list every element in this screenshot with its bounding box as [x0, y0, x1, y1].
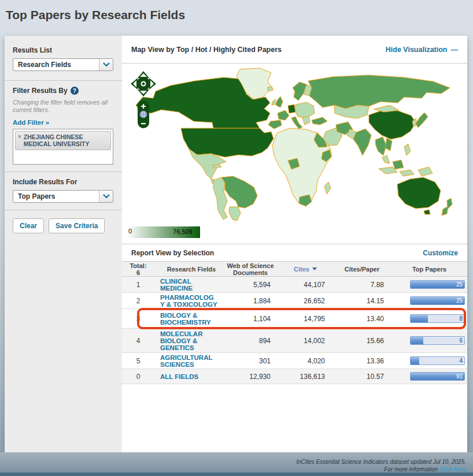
total-header: Total: 6	[122, 262, 154, 276]
rank-cell: 2	[122, 297, 154, 305]
table-header-row: Total: 6 Research Fields Web of Science …	[122, 261, 467, 277]
cites-per-paper-header: Cites/Paper	[332, 266, 391, 273]
cites-paper-cell: 13.40	[332, 315, 391, 323]
title-band: Top Papers by Research Fields	[0, 0, 473, 36]
total-count: 6	[122, 269, 154, 276]
top-papers-header: Top Papers	[391, 266, 467, 273]
cites-label: Cites	[294, 266, 309, 273]
top-papers-value: 25	[456, 298, 463, 304]
cites-paper-cell: 10.57	[332, 373, 391, 381]
cites-paper-cell: 13.36	[332, 357, 391, 365]
results-list-value: Research Fields	[13, 61, 99, 69]
hide-visualization-label: Hide Visualization	[386, 46, 448, 54]
research-field-link[interactable]: AGRICULTURAL SCIENCES	[154, 354, 223, 368]
hide-visualization-link[interactable]: Hide Visualization —	[386, 46, 458, 54]
top-papers-bar: 25	[410, 296, 465, 305]
top-papers-bar: 25	[410, 280, 465, 289]
main-panel: Map View by Top / Hot / Highly Cited Pap…	[122, 36, 467, 452]
footer-click-here-link[interactable]: Click Here	[439, 466, 466, 473]
research-fields-header: Research Fields	[154, 266, 223, 273]
filter-results-label: Filter Results By	[13, 87, 68, 95]
wos-cell: 1,884	[223, 297, 278, 305]
cites-cell: 14,795	[278, 315, 332, 323]
results-list-label: Results List	[13, 46, 113, 54]
filter-tag-label: ZHEJIANG CHINESE MEDICAL UNIVERSITY	[24, 133, 107, 147]
wos-documents-header: Web of Science Documents	[223, 262, 278, 276]
cites-cell: 14,002	[278, 337, 332, 345]
report-header: Report View by Selection Customize	[122, 244, 467, 261]
help-icon[interactable]: ?	[71, 87, 79, 95]
top-papers-value: 91	[456, 373, 463, 380]
rank-cell: 5	[122, 357, 154, 365]
table-row: 5 AGRICULTURAL SCIENCES 301 4,020 13.36 …	[122, 353, 467, 369]
filter-note: Changing the filter field removes all cu…	[13, 99, 113, 114]
include-results-label: Include Results For	[13, 178, 113, 186]
content-frame: Results List Research Fields Filter Resu…	[5, 36, 467, 452]
cites-cell: 26,652	[278, 297, 332, 305]
remove-filter-icon[interactable]: ×	[18, 133, 21, 140]
page: Top Papers by Research Fields Results Li…	[0, 0, 473, 476]
cites-paper-cell: 14.15	[332, 297, 391, 305]
clear-button[interactable]: Clear	[13, 218, 44, 233]
wos-cell: 301	[223, 357, 278, 365]
footer-info-label: For more information	[384, 466, 438, 473]
research-field-link[interactable]: MOLECULAR BIOLOGY & GENETICS	[154, 330, 223, 351]
research-field-link[interactable]: ALL FIELDS	[154, 373, 223, 380]
footer: InCites Essential Science Indicators dat…	[0, 452, 473, 473]
wos-cell: 894	[223, 337, 278, 345]
table-row: 4 MOLECULAR BIOLOGY & GENETICS 894 14,00…	[122, 329, 467, 353]
cites-cell: 44,107	[278, 281, 332, 289]
wos-cell: 5,594	[223, 281, 278, 289]
sidebar: Results List Research Fields Filter Resu…	[5, 36, 122, 452]
wos-cell: 1,104	[223, 315, 278, 323]
map-header: Map View by Top / Hot / Highly Cited Pap…	[122, 36, 467, 64]
cites-paper-cell: 7.88	[332, 281, 391, 289]
research-field-link[interactable]: BIOLOGY & BIOCHEMISTRY	[154, 312, 223, 326]
chevron-down-icon[interactable]	[99, 59, 113, 70]
map-legend: 0 76,509	[122, 226, 467, 244]
map-view-title: Map View by Top / Hot / Highly Cited Pap…	[131, 46, 282, 54]
results-list-dropdown[interactable]: Research Fields	[13, 58, 113, 71]
cites-cell: 4,020	[278, 357, 332, 365]
top-papers-value: 8	[459, 315, 463, 322]
rank-cell: 0	[122, 373, 154, 381]
top-papers-value: 4	[459, 358, 463, 364]
include-results-dropdown[interactable]: Top Papers	[13, 190, 113, 203]
legend-gradient-bar: 0 76,509	[127, 226, 200, 238]
save-criteria-button[interactable]: Save Criteria	[49, 218, 105, 233]
add-filter-link[interactable]: Add Filter »	[13, 119, 49, 126]
sort-desc-icon	[312, 267, 317, 270]
map-pan-zoom-controls[interactable]	[130, 70, 157, 131]
cites-sort-header[interactable]: Cites	[278, 266, 332, 273]
cites-paper-cell: 15.66	[332, 337, 391, 345]
legend-max: 76,509	[173, 228, 193, 235]
top-papers-bar: 4	[410, 356, 465, 365]
minus-icon: —	[451, 46, 459, 54]
customize-link[interactable]: Customize	[423, 249, 458, 257]
research-field-link[interactable]: CLINICAL MEDICINE	[154, 278, 223, 292]
research-field-link[interactable]: PHARMACOLOG Y & TOXICOLOGY	[154, 294, 223, 308]
chevron-down-icon[interactable]	[99, 191, 113, 202]
top-papers-bar: 91	[410, 372, 465, 381]
rank-cell: 1	[122, 281, 154, 289]
rank-cell: 3	[122, 315, 154, 323]
wos-cell: 12,930	[223, 373, 278, 381]
report-view-title: Report View by Selection	[131, 249, 214, 257]
top-papers-value: 6	[459, 337, 463, 344]
table-row: 1 CLINICAL MEDICINE 5,594 44,107 7.88 25	[122, 277, 467, 293]
top-papers-value: 25	[456, 281, 463, 288]
top-papers-bar: 6	[410, 336, 465, 345]
bottom-bar	[0, 473, 473, 476]
rank-cell: 4	[122, 337, 154, 345]
legend-min: 0	[128, 228, 132, 235]
world-map[interactable]	[122, 64, 467, 226]
table-row: 0 ALL FIELDS 12,930 136,613 10.57 91	[122, 369, 467, 384]
page-title: Top Papers by Research Fields	[0, 0, 473, 22]
filter-list-box: × ZHEJIANG CHINESE MEDICAL UNIVERSITY	[13, 129, 113, 165]
table-row: 2 PHARMACOLOG Y & TOXICOLOGY 1,884 26,65…	[122, 293, 467, 309]
footer-dataset-note: InCites Essential Science Indicators dat…	[0, 458, 466, 466]
include-results-value: Top Papers	[13, 192, 99, 200]
filter-tag[interactable]: × ZHEJIANG CHINESE MEDICAL UNIVERSITY	[15, 131, 111, 150]
cites-cell: 136,613	[278, 373, 332, 381]
table-row-highlighted: 3 BIOLOGY & BIOCHEMISTRY 1,104 14,795 13…	[122, 309, 467, 329]
